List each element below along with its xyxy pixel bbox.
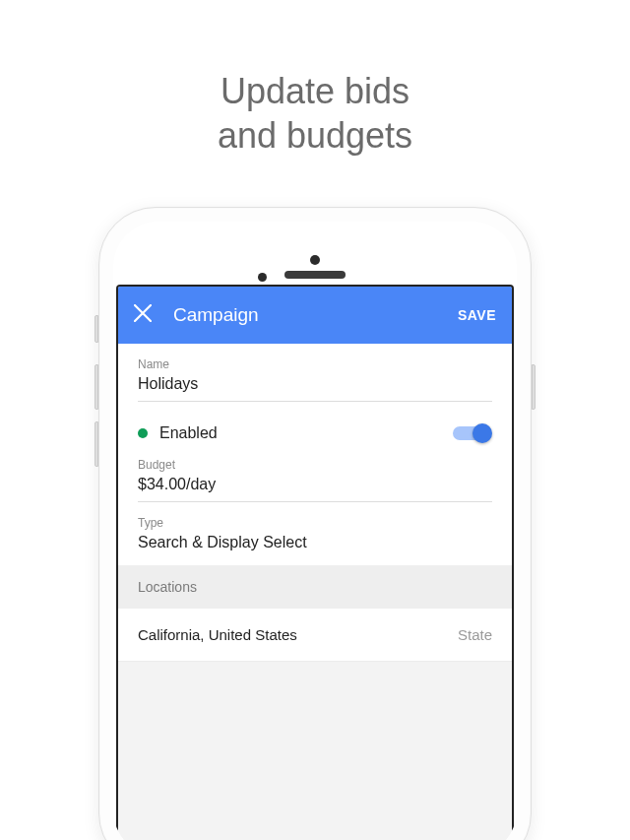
phone-proximity-sensor — [258, 273, 267, 282]
app-bar: Campaign SAVE — [118, 287, 512, 344]
page-headline: Update bids and budgets — [0, 69, 630, 158]
status-dot-icon — [138, 428, 148, 438]
phone-speaker — [284, 271, 346, 279]
type-label: Type — [138, 516, 492, 530]
empty-space — [118, 662, 512, 840]
phone-screen: Campaign SAVE Name Holidays Enabled — [116, 285, 514, 840]
power-button — [532, 364, 536, 410]
headline-line1: Update bids — [0, 69, 630, 113]
status-row: Enabled — [138, 416, 492, 458]
save-button[interactable]: SAVE — [458, 307, 496, 323]
locations-header: Locations — [118, 565, 512, 609]
app-bar-title: Campaign — [158, 304, 458, 326]
close-button[interactable] — [134, 304, 158, 326]
location-name: California, United States — [138, 626, 458, 643]
name-label: Name — [138, 357, 492, 371]
campaign-form: Name Holidays Enabled Budget $34.00/day … — [118, 344, 512, 565]
phone-camera — [310, 255, 320, 265]
budget-input[interactable]: $34.00/day — [138, 476, 492, 502]
name-input[interactable]: Holidays — [138, 375, 492, 402]
type-value: Search & Display Select — [138, 534, 492, 559]
status-text: Enabled — [159, 424, 453, 442]
budget-label: Budget — [138, 458, 492, 472]
location-type: State — [458, 626, 492, 643]
enabled-toggle[interactable] — [453, 423, 492, 443]
location-row[interactable]: California, United States State — [118, 609, 512, 662]
phone-mockup: Campaign SAVE Name Holidays Enabled — [98, 207, 532, 840]
headline-line2: and budgets — [0, 113, 630, 158]
close-icon — [134, 304, 152, 322]
